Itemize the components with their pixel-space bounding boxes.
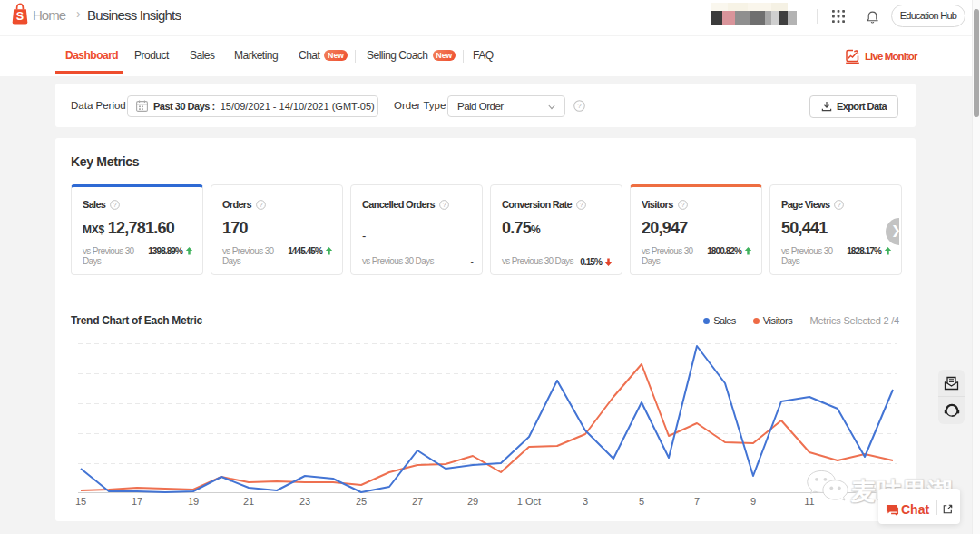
svg-text:?: ? bbox=[443, 202, 446, 208]
svg-text:7: 7 bbox=[694, 496, 700, 507]
svg-text:S: S bbox=[16, 10, 24, 23]
svg-text:3: 3 bbox=[583, 496, 588, 507]
svg-text:5: 5 bbox=[639, 496, 644, 507]
svg-text:?: ? bbox=[113, 202, 117, 208]
svg-text:9: 9 bbox=[750, 496, 756, 507]
svg-text:29: 29 bbox=[467, 496, 478, 507]
svg-text:27: 27 bbox=[412, 496, 423, 507]
svg-text:17: 17 bbox=[132, 496, 142, 507]
svg-text:15: 15 bbox=[75, 496, 86, 507]
svg-text:21: 21 bbox=[243, 496, 254, 507]
svg-text:?: ? bbox=[838, 202, 841, 208]
svg-text:?: ? bbox=[260, 202, 263, 208]
svg-text:23: 23 bbox=[299, 496, 310, 507]
svg-text:?: ? bbox=[681, 202, 684, 208]
svg-text:1 Oct: 1 Oct bbox=[517, 496, 541, 507]
svg-text:25: 25 bbox=[356, 496, 367, 507]
svg-text:11: 11 bbox=[804, 496, 814, 507]
svg-text:?: ? bbox=[580, 202, 583, 208]
svg-text:19: 19 bbox=[188, 496, 199, 507]
svg-text:?: ? bbox=[577, 102, 582, 110]
